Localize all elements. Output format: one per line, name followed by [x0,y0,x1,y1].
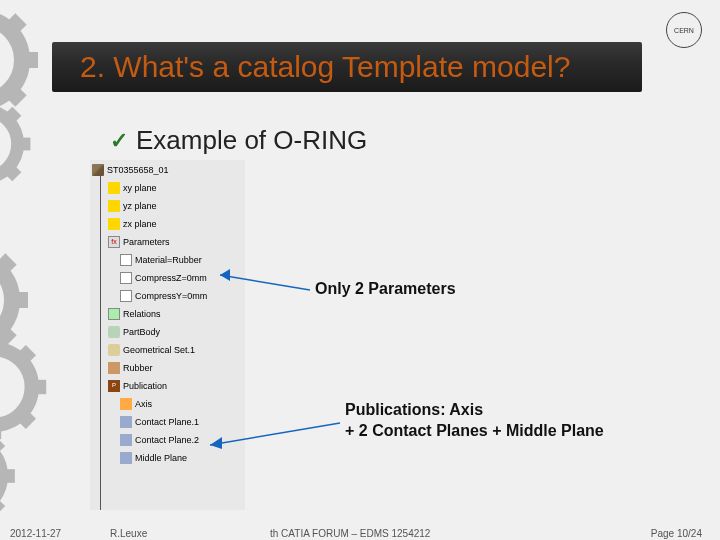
bullet-text: Example of O-RING [136,125,367,156]
partbody-icon [108,326,120,338]
check-icon: ✓ [110,128,128,154]
footer-author: R.Leuxe [110,528,147,539]
tree-partbody: PartBody [90,325,245,339]
fx-icon: fx [108,236,120,248]
tree-rubber: Rubber [90,361,245,375]
tree-relations: Relations [90,307,245,321]
tree-plane: xy plane [90,181,245,195]
texture-icon [108,362,120,374]
svg-line-11 [210,423,340,445]
geoset-icon [108,344,120,356]
contact-plane-icon [120,416,132,428]
tree-publication: PPublication [90,379,245,393]
tree-root-label: ST0355658_01 [107,165,169,175]
tree-root: ST0355658_01 [90,160,245,177]
footer-center: th CATIA FORUM – EDMS 1254212 [270,528,430,539]
tree-params: fxParameters [90,235,245,249]
param-icon [120,254,132,266]
plane-icon [108,200,120,212]
tree-plane: yz plane [90,199,245,213]
contact-plane-icon [120,434,132,446]
relations-icon [108,308,120,320]
part-icon [92,164,104,176]
plane-icon [108,182,120,194]
svg-line-9 [220,275,310,290]
slide-title: 2. What's a catalog Template model? [80,50,570,84]
footer-page: Page 10/24 [651,528,702,539]
bullet-row: ✓ Example of O-RING [110,125,367,156]
annotation-params: Only 2 Parameters [315,280,456,298]
cern-logo: CERN [666,12,702,48]
catia-tree: ST0355658_01 xy plane yz plane zx plane … [90,160,245,510]
arrow-params [210,255,320,305]
plane-icon [108,218,120,230]
tree-plane: zx plane [90,217,245,231]
middle-plane-icon [120,452,132,464]
axis-icon [120,398,132,410]
publication-icon: P [108,380,120,392]
arrow-pubs [200,415,345,455]
tree-pub-item: Axis [90,397,245,411]
title-bar: 2. What's a catalog Template model? [52,42,642,92]
svg-marker-10 [220,269,230,281]
svg-marker-12 [210,437,222,449]
footer-date: 2012-11-27 [10,528,61,539]
param-icon [120,290,132,302]
param-icon [120,272,132,284]
tree-geoset: Geometrical Set.1 [90,343,245,357]
annotation-pubs: Publications: Axis + 2 Contact Planes + … [345,400,604,442]
